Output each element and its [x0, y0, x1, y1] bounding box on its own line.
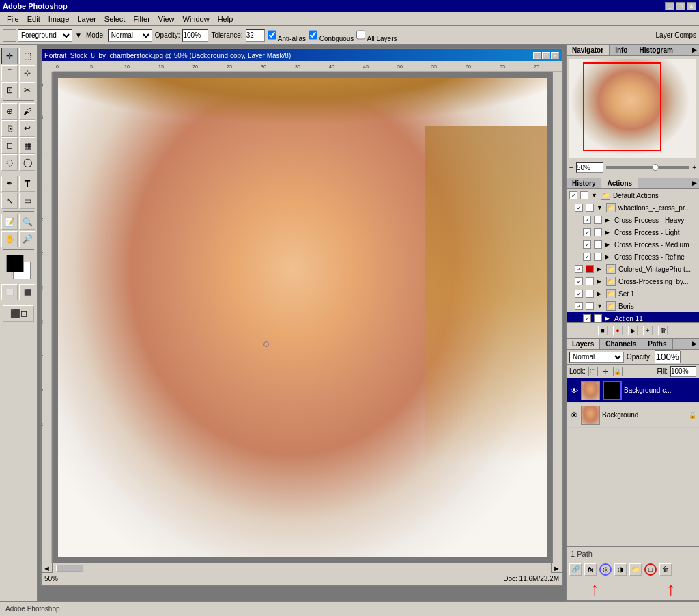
fg-bg-swatch[interactable]	[6, 255, 31, 279]
action-check-4[interactable]: ✓	[583, 228, 591, 236]
brush-tool[interactable]: 🖌	[19, 103, 35, 120]
scroll-vertical[interactable]	[552, 72, 562, 563]
tolerance-input[interactable]	[246, 29, 265, 42]
new-layer-button[interactable]: □	[644, 563, 657, 576]
scroll-thumb-h[interactable]	[56, 565, 83, 572]
play-btn[interactable]: ▶	[628, 326, 638, 335]
action-item-default[interactable]: ✓ ▼ 📁 Default Actions	[567, 189, 699, 201]
eraser-tool[interactable]: ◻	[1, 137, 18, 154]
action-check-11[interactable]: ✓	[583, 314, 591, 322]
doc-title-controls[interactable]: _ □ ×	[533, 52, 559, 59]
scroll-right-btn[interactable]: ►	[551, 563, 562, 573]
action-item-refine[interactable]: ✓ ▶ Cross Process - Refine	[567, 251, 699, 263]
zoom-slider-thumb[interactable]	[652, 164, 659, 171]
adjustment-layer-button[interactable]: ◑	[614, 563, 627, 576]
layer-opacity-input[interactable]	[655, 350, 681, 363]
navigator-panel-menu[interactable]: ▶	[689, 45, 699, 55]
foreground-color-swatch[interactable]	[6, 255, 24, 272]
maximize-button[interactable]: □	[676, 2, 685, 10]
action-check-9[interactable]: ✓	[575, 290, 583, 298]
action-check-1[interactable]: ✓	[569, 191, 577, 199]
portrait-canvas[interactable]	[58, 78, 547, 557]
lock-all-btn[interactable]: 🔒	[613, 367, 623, 376]
action-item-light[interactable]: ✓ ▶ Cross Process - Light	[567, 226, 699, 238]
navigator-viewport-box[interactable]	[583, 62, 661, 151]
menu-help[interactable]: Help	[214, 14, 238, 25]
history-brush-tool[interactable]: ↩	[19, 120, 35, 137]
action-check-modal-11[interactable]	[594, 314, 602, 322]
add-mask-button[interactable]: ◎	[599, 563, 612, 576]
group-layer-button[interactable]: 📁	[629, 563, 642, 576]
pen-tool[interactable]: ✒	[1, 176, 18, 192]
action-item-medium[interactable]: ✓ ▶ Cross Process - Medium	[567, 238, 699, 251]
view-mode-button[interactable]: ⬛◻	[3, 305, 34, 322]
navigator-zoom-slider[interactable]	[606, 166, 689, 169]
slice-tool[interactable]: ✂	[19, 82, 35, 98]
contiguous-checkbox[interactable]	[309, 29, 317, 41]
action-expand-3[interactable]: ▶	[605, 216, 612, 223]
eyedropper-tool[interactable]: 🔍	[19, 214, 35, 230]
action-expand-9[interactable]: ▶	[597, 290, 603, 297]
doc-minimize-button[interactable]: _	[533, 52, 541, 59]
tab-info[interactable]: Info	[610, 45, 633, 55]
action-check-modal-4[interactable]	[594, 228, 602, 236]
new-action-btn[interactable]: +	[643, 326, 653, 335]
action-check-modal-9[interactable]	[586, 290, 594, 298]
lock-pixels-btn[interactable]: ⬚	[588, 367, 598, 376]
action-expand-6[interactable]: ▶	[605, 253, 612, 260]
action-check-modal-3[interactable]	[594, 216, 602, 224]
scroll-track-h[interactable]	[53, 563, 551, 573]
layers-panel-menu[interactable]: ▶	[689, 339, 699, 348]
record-btn[interactable]: ●	[613, 326, 623, 335]
zoom-plus-icon[interactable]: +	[692, 164, 696, 171]
action-item-wbactions[interactable]: ✓ ▼ 📁 wbactions_-_cross_pr...	[567, 201, 699, 214]
tab-histogram[interactable]: Histogram	[633, 45, 679, 55]
delete-action-btn[interactable]: 🗑	[658, 326, 668, 335]
layer-item-background[interactable]: 👁 Background 🔒	[567, 403, 699, 428]
menu-select[interactable]: Select	[100, 14, 130, 25]
menu-file[interactable]: File	[3, 14, 23, 25]
gradient-tool[interactable]: ▦	[19, 137, 35, 154]
doc-close-button[interactable]: ×	[551, 52, 559, 59]
tool-preset-arrow[interactable]: ▼	[74, 31, 83, 40]
scroll-left-btn[interactable]: ◄	[42, 563, 53, 573]
path-select-tool[interactable]: ↖	[1, 193, 18, 209]
tool-preset-picker[interactable]: Foreground ▼	[3, 29, 83, 42]
fill-input[interactable]	[670, 366, 696, 377]
action-item-action11[interactable]: ✓ ▶ Action 11	[567, 312, 699, 322]
doc-maximize-button[interactable]: □	[542, 52, 550, 59]
tab-history[interactable]: History	[567, 178, 601, 188]
anti-alias-checkbox[interactable]	[268, 29, 276, 41]
action-expand-5[interactable]: ▶	[605, 241, 612, 248]
action-expand-1[interactable]: ▼	[591, 192, 598, 199]
action-check-8[interactable]: ✓	[575, 277, 583, 285]
layer-visibility-background[interactable]: 👁	[569, 410, 579, 420]
lock-position-btn[interactable]: ✛	[601, 367, 610, 376]
layer-effects-button[interactable]: fx	[584, 563, 597, 576]
tab-actions[interactable]: Actions	[601, 178, 638, 188]
menu-view[interactable]: View	[154, 14, 179, 25]
action-expand-7[interactable]: ▶	[597, 266, 603, 272]
blend-mode-select[interactable]: Normal	[569, 352, 624, 363]
zoom-minus-icon[interactable]: −	[569, 164, 573, 171]
clone-stamp-tool[interactable]: ⎘	[1, 120, 18, 137]
magic-wand-tool[interactable]: ⊹	[19, 65, 35, 81]
action-check-10[interactable]: ✓	[575, 302, 583, 310]
mode-select[interactable]: Normal	[108, 29, 152, 42]
action-item-set1[interactable]: ✓ ▶ 📁 Set 1	[567, 288, 699, 300]
tool-preset-select[interactable]: Foreground	[18, 29, 72, 42]
action-item-heavy[interactable]: ✓ ▶ Cross Process - Heavy	[567, 214, 699, 226]
action-check-5[interactable]: ✓	[583, 240, 591, 249]
quick-mask-button[interactable]: ⬛	[19, 284, 35, 300]
blur-tool[interactable]: ◌	[1, 154, 18, 171]
tab-paths[interactable]: Paths	[642, 339, 672, 349]
action-item-crossprocessing[interactable]: ✓ ▶ 📁 Cross-Processing_by...	[567, 275, 699, 288]
actions-panel-menu[interactable]: ▶	[689, 178, 699, 188]
menu-edit[interactable]: Edit	[23, 14, 44, 25]
marquee-tool[interactable]: ⬚	[19, 48, 35, 64]
action-check-6[interactable]: ✓	[583, 253, 591, 261]
action-expand-8[interactable]: ▶	[597, 278, 603, 285]
action-check-modal-7[interactable]	[586, 265, 594, 273]
action-check-modal-10[interactable]	[586, 302, 594, 310]
tab-layers[interactable]: Layers	[567, 339, 600, 349]
